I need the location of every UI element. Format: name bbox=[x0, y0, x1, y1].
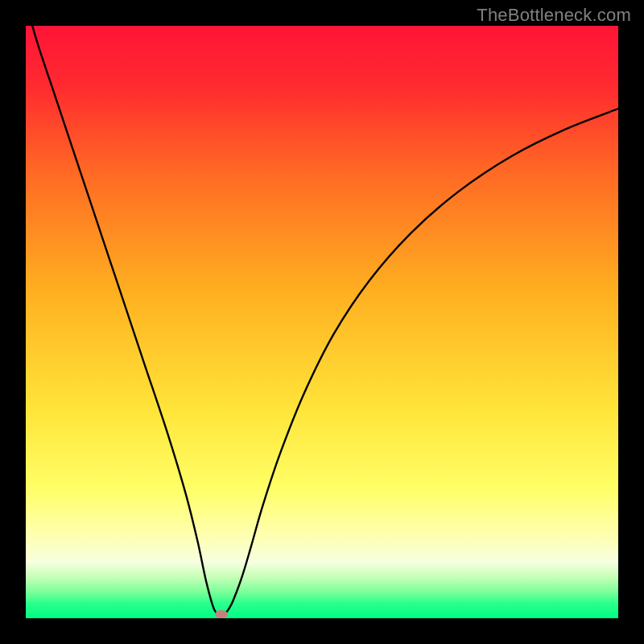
bottleneck-curve bbox=[26, 26, 618, 615]
optimal-point-marker bbox=[215, 610, 228, 618]
plot-area bbox=[26, 26, 618, 618]
curve-layer bbox=[26, 26, 618, 618]
watermark-text: TheBottleneck.com bbox=[477, 5, 631, 26]
chart-frame: TheBottleneck.com bbox=[0, 0, 644, 644]
